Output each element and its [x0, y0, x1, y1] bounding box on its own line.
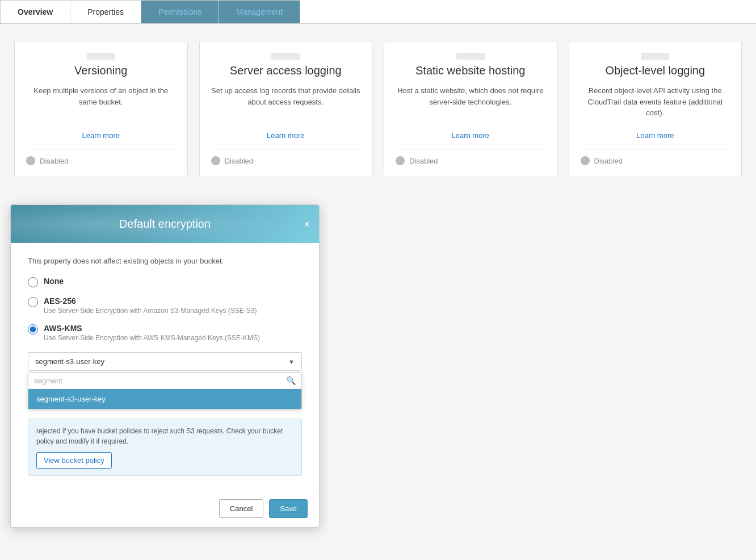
- object-logging-status-dot: [581, 156, 590, 165]
- tab-bar: Overview Properties Permissions Manageme…: [0, 0, 756, 24]
- server-logging-status: Disabled: [211, 156, 361, 165]
- versioning-title: Versioning: [26, 64, 176, 77]
- server-logging-title: Server access logging: [211, 64, 361, 77]
- versioning-status: Disabled: [26, 156, 176, 165]
- static-website-learn-more[interactable]: Learn more: [396, 131, 545, 140]
- versioning-description: Keep multiple versions of an object in t…: [26, 85, 176, 126]
- object-logging-status: Disabled: [581, 156, 730, 165]
- server-logging-learn-more[interactable]: Learn more: [211, 131, 361, 140]
- server-logging-icon: [271, 53, 300, 60]
- versioning-card[interactable]: Versioning Keep multiple versions of an …: [14, 41, 188, 177]
- object-logging-description: Record object-level API activity using t…: [581, 85, 730, 126]
- static-website-status: Disabled: [396, 156, 545, 165]
- versioning-learn-more[interactable]: Learn more: [26, 131, 176, 140]
- object-level-logging-card[interactable]: Object-level logging Record object-level…: [569, 41, 742, 177]
- object-logging-title: Object-level logging: [581, 64, 730, 77]
- server-access-logging-card[interactable]: Server access logging Set up access log …: [199, 41, 373, 177]
- static-website-hosting-card[interactable]: Static website hosting Host a static web…: [384, 41, 557, 177]
- tab-management[interactable]: Management: [219, 0, 300, 23]
- tab-permissions[interactable]: Permissions: [141, 0, 219, 23]
- versioning-status-dot: [26, 156, 35, 165]
- static-website-description: Host a static website, which does not re…: [396, 85, 545, 126]
- versioning-icon: [87, 53, 115, 60]
- server-logging-description: Set up access log records that provide d…: [211, 85, 361, 126]
- static-website-icon: [456, 53, 485, 60]
- static-website-status-dot: [396, 156, 405, 165]
- tab-overview[interactable]: Overview: [0, 0, 70, 23]
- static-website-title: Static website hosting: [396, 64, 545, 77]
- object-logging-learn-more[interactable]: Learn more: [581, 131, 730, 140]
- object-logging-icon: [641, 53, 669, 60]
- properties-cards: Versioning Keep multiple versions of an …: [0, 24, 756, 194]
- server-logging-status-dot: [211, 156, 220, 165]
- tab-properties[interactable]: Properties: [70, 0, 141, 23]
